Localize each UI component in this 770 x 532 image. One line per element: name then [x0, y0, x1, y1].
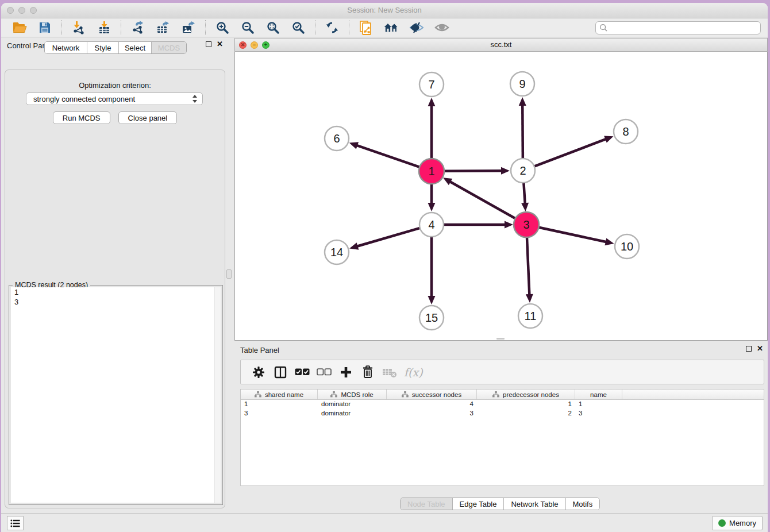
tab-network[interactable]: Network [45, 42, 87, 53]
close-panel-button[interactable]: Close panel [118, 111, 178, 124]
graph-node-8[interactable]: 8 [614, 119, 638, 144]
table-row[interactable]: 1 dominator 4 1 1 [241, 400, 764, 409]
close-panel-icon[interactable]: ✕ [217, 41, 223, 47]
save-session-icon[interactable] [37, 20, 52, 35]
column-header-shared-name[interactable]: shared name [241, 390, 318, 399]
edge-arrowhead [526, 294, 533, 303]
memory-button[interactable]: Memory [712, 516, 763, 530]
create-column-plus-icon[interactable] [337, 364, 355, 381]
apply-layout-icon[interactable] [325, 20, 340, 35]
column-header-mcds-role[interactable]: MCDS role [318, 390, 387, 399]
graph-node-1[interactable]: 1 [419, 159, 444, 184]
column-header-successor-nodes[interactable]: successor nodes [387, 390, 477, 399]
graph-node-4[interactable]: 4 [419, 213, 444, 237]
float-panel-icon[interactable] [746, 346, 752, 352]
cell-successor-nodes[interactable]: 3 [387, 409, 477, 418]
attribute-tree-icon [492, 391, 499, 398]
close-panel-icon[interactable]: ✕ [757, 346, 763, 352]
show-columns-icon[interactable] [272, 364, 289, 381]
import-table-icon[interactable] [97, 20, 111, 35]
table-row[interactable]: 3 dominator 3 2 3 [241, 409, 764, 418]
zoom-out-icon[interactable] [240, 20, 255, 35]
graph-node-10[interactable]: 10 [615, 234, 639, 259]
tab-mcds[interactable]: MCDS [152, 42, 186, 53]
cell-shared-name[interactable]: 3 [241, 409, 318, 418]
run-mcds-button[interactable]: Run MCDS [53, 111, 110, 124]
float-panel-icon[interactable] [206, 41, 211, 47]
close-window-button[interactable] [7, 7, 14, 14]
canvas-drag-handle[interactable] [496, 338, 505, 340]
show-hide-icon[interactable] [434, 20, 449, 35]
cell-mcds-role[interactable]: dominator [318, 409, 387, 418]
graph-node-3[interactable]: 3 [514, 212, 539, 237]
zoom-selected-icon[interactable] [291, 20, 306, 35]
cell-name[interactable]: 1 [575, 400, 622, 409]
network-maximize-button[interactable]: + [262, 41, 270, 49]
node-label: 8 [622, 125, 629, 138]
search-field[interactable] [595, 21, 761, 34]
deselect-all-checkboxes-icon[interactable] [315, 364, 333, 381]
tab-edge-table[interactable]: Edge Table [453, 498, 505, 510]
edge-4-14[interactable] [356, 228, 420, 246]
graph-node-14[interactable]: 14 [325, 240, 349, 264]
cell-predecessor-nodes[interactable]: 1 [477, 400, 575, 409]
export-image-icon[interactable] [181, 20, 196, 35]
cell-shared-name[interactable]: 1 [241, 400, 318, 409]
app-titlebar: Session: New Session [1, 3, 768, 18]
edge-1-2[interactable] [444, 171, 503, 171]
cell-predecessor-nodes[interactable]: 2 [477, 409, 575, 418]
column-header-name[interactable]: name [575, 390, 622, 399]
zoom-fit-icon[interactable] [265, 20, 280, 35]
edge-arrowhead [349, 242, 359, 249]
zoom-in-icon[interactable] [215, 20, 230, 35]
tab-network-table[interactable]: Network Table [504, 498, 565, 510]
tab-node-table[interactable]: Node Table [401, 498, 453, 510]
network-window-titlebar[interactable]: ✕ − + scc.txt [234, 38, 768, 52]
graph-node-9[interactable]: 9 [510, 72, 534, 96]
select-all-checkboxes-icon[interactable] [294, 364, 311, 381]
delete-column-trash-icon[interactable] [359, 364, 376, 381]
show-welcome-icon[interactable] [384, 20, 399, 35]
cell-name[interactable]: 3 [575, 409, 622, 418]
graph-node-11[interactable]: 11 [518, 304, 542, 328]
cell-mcds-role[interactable]: dominator [318, 400, 387, 409]
node-label: 4 [428, 218, 434, 231]
minimize-window-button[interactable] [18, 7, 25, 14]
panel-splitter-handle[interactable] [226, 269, 232, 279]
zoom-window-button[interactable] [30, 7, 37, 14]
export-table-icon[interactable] [156, 20, 171, 35]
search-input[interactable] [608, 22, 760, 34]
tab-select[interactable]: Select [119, 42, 152, 53]
edge-2-8[interactable] [534, 138, 607, 166]
edge-3-10[interactable] [538, 227, 607, 242]
open-file-icon[interactable] [12, 20, 27, 35]
export-network-icon[interactable] [130, 20, 145, 35]
edge-3-11[interactable] [527, 237, 530, 296]
tab-motifs[interactable]: Motifs [566, 498, 600, 510]
tab-style[interactable]: Style [87, 42, 119, 53]
cell-successor-nodes[interactable]: 4 [387, 400, 477, 409]
graph-node-15[interactable]: 15 [419, 306, 444, 330]
node-label: 3 [523, 218, 529, 231]
edge-2-3[interactable] [523, 183, 525, 205]
graph-node-6[interactable]: 6 [325, 126, 349, 151]
task-history-button[interactable] [7, 516, 24, 530]
edge-3-1[interactable] [449, 181, 515, 219]
toggle-graphics-details-icon[interactable] [409, 20, 424, 35]
optimization-criterion-select[interactable]: strongly connected component [26, 92, 203, 105]
mcds-result-textarea[interactable]: 1 3 [11, 287, 221, 503]
network-close-button[interactable]: ✕ [239, 41, 247, 49]
edge-arrowhead [428, 98, 436, 106]
result-scrollbar[interactable] [214, 287, 221, 503]
attribute-tree-icon [402, 391, 409, 398]
import-network-icon[interactable] [71, 20, 86, 35]
new-network-from-selection-icon[interactable] [359, 20, 374, 35]
table-settings-gear-icon[interactable] [250, 364, 267, 381]
edge-2-9[interactable] [522, 104, 523, 159]
column-header-predecessor-nodes[interactable]: predecessor nodes [477, 390, 575, 399]
graph-node-2[interactable]: 2 [511, 159, 535, 183]
network-minimize-button[interactable]: − [251, 41, 258, 49]
network-canvas[interactable]: 7968124314101511 [234, 52, 768, 341]
graph-node-7[interactable]: 7 [419, 72, 444, 97]
edge-1-6[interactable] [356, 145, 420, 167]
